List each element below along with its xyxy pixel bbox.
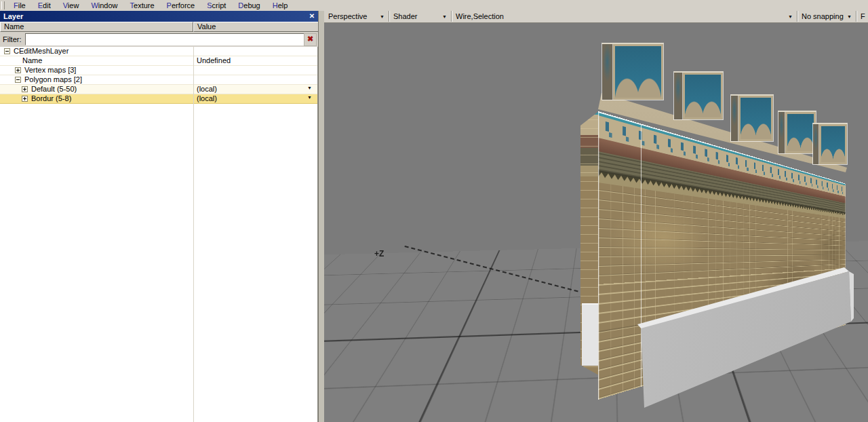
column-header-value[interactable]: Value — [193, 22, 319, 32]
merlon-front-face — [819, 124, 847, 164]
merlon-side-face — [778, 112, 785, 153]
snapping-label: No snapping — [802, 12, 844, 20]
chevron-down-icon: ▼ — [380, 12, 384, 22]
menu-texture[interactable]: Texture — [124, 1, 161, 10]
tree-label: Default (5-50) — [31, 85, 77, 94]
scene-canvas[interactable]: +Z — [324, 22, 868, 422]
merlon-front-face — [683, 73, 723, 119]
merlon-front-face — [613, 44, 663, 100]
merlon-3 — [730, 94, 774, 142]
tree-row-root[interactable]: CEditMeshLayer — [0, 47, 317, 56]
tree-label: Polygon maps [2] — [24, 75, 82, 84]
merlon-side-face — [602, 44, 613, 100]
layer-tree: CEditMeshLayer Name Undefined Vertex map… — [0, 47, 318, 422]
tree-value: (local) — [197, 85, 217, 94]
clear-filter-icon[interactable]: ✖ — [304, 33, 317, 46]
filter-row: Filter: ✖ — [0, 32, 319, 47]
menu-debug[interactable]: Debug — [232, 1, 266, 10]
viewport-3d[interactable]: Perspective ▼ Shader ▼ Wire,Selection ▼ … — [324, 11, 868, 422]
expand-icon[interactable] — [22, 96, 28, 102]
merlon-side-face — [731, 96, 738, 141]
clipped-control-label: F — [861, 12, 865, 20]
snapping-dropdown[interactable]: No snapping ▼ — [797, 11, 856, 22]
wireframe-edge — [598, 111, 599, 400]
expand-icon[interactable] — [15, 67, 21, 73]
tree-value: Undefined — [197, 56, 231, 65]
merlon-2 — [673, 71, 724, 120]
toolbar-grip[interactable] — [1, 1, 5, 9]
tree-label: Vertex maps [3] — [24, 66, 76, 75]
chevron-down-icon: ▼ — [847, 12, 852, 22]
view-mode-label: Perspective — [328, 12, 367, 20]
merlon-side-face — [674, 73, 683, 119]
view-mode-dropdown[interactable]: Perspective ▼ — [324, 11, 389, 22]
menu-view[interactable]: View — [57, 1, 85, 10]
filter-input[interactable] — [25, 33, 304, 45]
column-headers: Name Value — [0, 22, 319, 32]
tree-value: (local) — [197, 94, 217, 103]
close-icon[interactable]: ✕ — [307, 12, 317, 21]
collapse-icon[interactable] — [15, 77, 21, 83]
tree-row-bordur-map[interactable]: Bordur (5-8) (local) ▼ — [0, 94, 317, 104]
menu-help[interactable]: Help — [267, 1, 294, 10]
menu-bar: File Edit View Window Texture Perforce S… — [0, 0, 868, 11]
menu-window[interactable]: Window — [85, 1, 123, 10]
z-axis-label: +Z — [374, 249, 384, 258]
chevron-down-icon[interactable]: ▼ — [307, 85, 312, 90]
clipped-toolbar-control[interactable]: F — [856, 11, 868, 22]
collapse-icon[interactable] — [4, 48, 10, 54]
shading-label: Shader — [393, 12, 417, 20]
expand-icon[interactable] — [22, 86, 28, 92]
display-flags-dropdown[interactable]: Wire,Selection ▼ — [452, 11, 797, 22]
chevron-down-icon: ▼ — [442, 12, 447, 22]
merlon-4 — [778, 111, 816, 154]
menu-edit[interactable]: Edit — [32, 1, 57, 10]
layer-panel-titlebar[interactable]: Layer ✕ — [0, 11, 319, 22]
menu-script[interactable]: Script — [201, 1, 232, 10]
merlon-1 — [601, 43, 664, 100]
chevron-down-icon[interactable]: ▼ — [307, 95, 312, 100]
tree-label: Bordur (5-8) — [31, 94, 71, 103]
display-flags-label: Wire,Selection — [456, 12, 504, 20]
merlon-front-face — [738, 96, 773, 141]
viewport-toolbar: Perspective ▼ Shader ▼ Wire,Selection ▼ … — [324, 11, 868, 23]
panel-title: Layer — [3, 12, 23, 20]
app-window: File Edit View Window Texture Perforce S… — [0, 0, 868, 422]
filter-label: Filter: — [3, 35, 22, 43]
merlon-side-face — [813, 124, 819, 164]
menu-perforce[interactable]: Perforce — [161, 1, 201, 10]
tree-row-name-property[interactable]: Name Undefined — [0, 56, 317, 66]
chevron-down-icon: ▼ — [788, 12, 793, 22]
tree-row-polygon-maps[interactable]: Polygon maps [2] — [0, 75, 317, 85]
tree-label: Name — [22, 56, 42, 65]
menu-file[interactable]: File — [7, 1, 32, 10]
column-header-name[interactable]: Name — [0, 22, 193, 32]
shading-dropdown[interactable]: Shader ▼ — [389, 11, 452, 22]
layer-panel: Layer ✕ Name Value Filter: ✖ CEditMeshLa… — [0, 11, 319, 422]
merlon-front-face — [785, 112, 816, 153]
column-divider[interactable] — [193, 47, 194, 422]
tree-row-vertex-maps[interactable]: Vertex maps [3] — [0, 66, 317, 75]
tree-row-default-map[interactable]: Default (5-50) (local) ▼ — [0, 85, 317, 94]
merlon-5 — [812, 123, 848, 165]
wireframe-edge — [641, 123, 642, 387]
tree-label: CEditMeshLayer — [14, 47, 68, 56]
